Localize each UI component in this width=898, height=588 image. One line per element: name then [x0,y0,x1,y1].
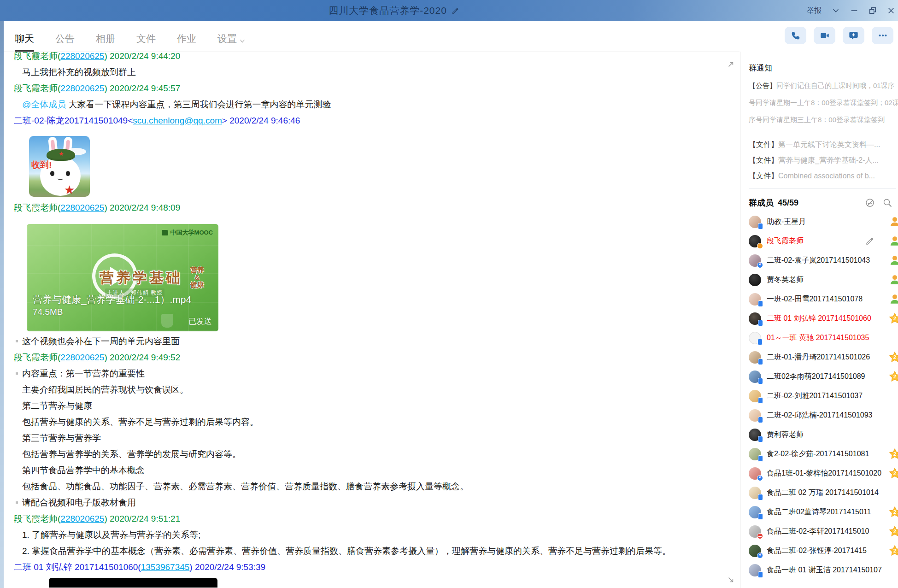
notice-file-item[interactable]: 【文件】第一单元线下讨论英文资料—... [749,137,898,153]
tab-chat[interactable]: 聊天 [15,32,34,52]
member-name: 食品二班 02 万瑞 2017141501014 [767,488,879,498]
member-row[interactable]: 食品二班 02 万瑞 2017141501014 [749,483,898,502]
member-name: 二班-01-潘丹琦2017141501026 [767,353,870,362]
minimize-icon[interactable] [850,6,858,15]
chat-message-panel[interactable]: 段飞霞老师(228020625) 2020/2/24 9:44:20 马上我把补… [4,52,740,588]
video-message-card[interactable]: 中国大学MOOC 营养学基础 营养 & 健康 主讲人：郑伟娟 教授 营养与健康_… [27,224,218,331]
avatar [749,429,761,441]
notice-file-item[interactable]: 【文件】Combined associations of b... [749,168,898,184]
member-row[interactable]: 二班-02-邱浩楠-2017141501093 [749,406,898,425]
more-dots-icon [877,30,888,41]
member-row[interactable]: 二班-01-潘丹琦2017141501026 2 [749,347,898,367]
tab-homework[interactable]: 作业 [177,32,196,52]
message-header: 段飞霞老师(228020625) 2020/2/24 9:48:09 [14,200,740,216]
mention-all[interactable]: @全体成员 [22,100,66,109]
avatar [749,254,761,267]
sticker-image[interactable]: ★ 收到! ★ [29,136,90,197]
level-star-icon: 2 [889,448,898,460]
collapse-up-icon[interactable] [726,60,735,69]
avatar [749,293,761,306]
message-header: 二班 01 刘弘锌 2017141501060(1353967345) 2020… [14,559,740,575]
svg-text:2: 2 [893,529,896,534]
member-row[interactable]: 食品一班 01 谢玉洁 201714150107 [749,560,898,580]
add-app-button[interactable] [843,27,864,44]
mobile-badge-icon [758,436,763,442]
anonymous-icon[interactable] [865,198,875,208]
svg-text:2: 2 [893,509,896,515]
dropdown-chevron-icon[interactable] [832,6,840,15]
mobile-badge-icon [758,359,763,365]
message-text: 包括营养与营养学的关系、营养学的发展与研究内容等。 [22,446,740,462]
restore-icon[interactable] [869,6,877,15]
video-filesize: 74.5MB [33,307,63,317]
timestamp: 2020/2/24 9:51:21 [110,514,180,523]
edit-pencil-icon[interactable] [451,6,459,15]
avatar [749,370,761,383]
member-row[interactable]: 二班02李雨萌2017141501089 2 [749,367,898,386]
member-row[interactable]: 二班-02-袁子岚2017141501043 [749,251,898,270]
member-name: 二班02李雨萌2017141501089 [767,372,865,382]
members-title: 群成员 [749,197,774,208]
sidebar: 群通知 【公告】同学们记住自己的上课时间哦，01课序号同学请星期一上午8：00登… [740,52,898,588]
email-link[interactable]: scu.chenlong@qq.com [133,116,222,125]
more-actions-button[interactable] [872,27,893,44]
message-text: 第三节营养与营养学 [22,430,740,446]
member-row[interactable]: 助教-王星月 [749,212,898,231]
window-controls: 举报 [807,0,895,21]
member-row[interactable]: 食品二班-02-张钰淳-20171415 2 [749,541,898,560]
mobile-badge-icon [758,417,763,423]
uin-link[interactable]: 228020625 [60,353,104,362]
tab-files[interactable]: 文件 [136,32,156,52]
member-name: 二班-02-袁子岚2017141501043 [767,256,870,265]
tabbar: 聊天 公告 相册 文件 作业 设置 [0,21,898,52]
level-star-icon: 2 [889,370,898,382]
message-text: 这个视频也会补在下一周的单元内容里面 [22,333,740,349]
mobile-badge-icon [757,339,763,345]
video-call-button[interactable] [814,27,835,44]
tab-announcements[interactable]: 公告 [55,32,75,52]
member-name: 贾冬英老师 [767,275,804,285]
tab-settings[interactable]: 设置 [217,32,246,52]
member-row[interactable]: 食品1班-01-黎梓怡2017141501020 2 [749,464,898,483]
report-button[interactable]: 举报 [807,6,822,16]
search-icon[interactable] [882,198,892,208]
notice-file-item[interactable]: 【文件】营养与健康_营养学基础-2-人... [749,153,898,168]
message-text: 包括食品、功能食品、功能因子、营养素、必需营养素、营养价值、营养质量指数、膳食营… [22,478,740,494]
uin-link[interactable]: 228020625 [60,83,104,93]
avatar [749,351,761,364]
uin-link[interactable]: 228020625 [60,514,104,523]
member-row[interactable]: 食品二班-02-李轩20171415010 2 [749,522,898,541]
uin-link[interactable]: 228020625 [60,52,104,61]
member-row[interactable]: 食品二班02董诗琴20171415011 2 [749,502,898,522]
member-row[interactable]: 食2-02-徐夕茹-2017141501081 2 [749,444,898,464]
phone-call-button[interactable] [785,27,806,44]
tab-album[interactable]: 相册 [96,32,115,52]
svg-text:2: 2 [893,470,896,476]
avatar [749,235,761,247]
member-row[interactable]: 贾利蓉老师 [749,425,898,444]
video-message-loading[interactable] [49,578,217,588]
member-row[interactable]: 01～一班 黄驰 2017141501035 [749,328,898,347]
avatar [749,506,761,518]
message-text: 2. 掌握食品营养学中的基本概念（营养素、必需营养素、营养价值、营养质量指数、膳… [22,543,740,559]
close-icon[interactable] [887,6,895,15]
uin-link[interactable]: 1353967345 [141,562,190,572]
level-star-icon: 2 [889,312,898,324]
announcement-text[interactable]: 【公告】同学们记住自己的上课时间哦，01课序号同学请星期一上午8：00登录慕课堂… [749,77,898,128]
page-title: 四川大学食品营养学-2020 [329,4,447,17]
uin-link[interactable]: 228020625 [60,203,104,212]
title-wrap: 四川大学食品营养学-2020 [0,0,787,21]
member-row[interactable]: 二班-02-刘雅2017141501037 [749,386,898,406]
member-row[interactable]: 段飞霞老师 [749,231,898,251]
divider [749,133,896,133]
edit-pencil-icon[interactable] [865,236,874,247]
avatar [749,467,761,480]
member-row[interactable]: 贾冬英老师 [749,270,898,289]
collapse-down-icon[interactable] [726,575,735,584]
announcement-tag: 【公告】 [749,82,776,89]
mobile-badge-icon [758,397,763,404]
member-row[interactable]: 二班 01 刘弘锌 2017141501060 2 [749,309,898,328]
member-row[interactable]: 一班-02-田雪2017141501078 [749,289,898,309]
watermark-logo [161,314,173,328]
message-header: 段飞霞老师(228020625) 2020/2/24 9:44:20 [14,52,740,64]
